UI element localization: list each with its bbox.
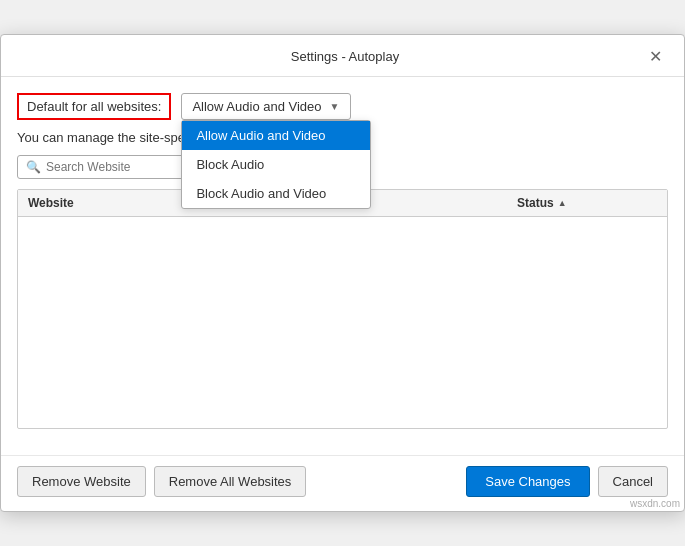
websites-table: Website Status ▲ — [17, 189, 668, 429]
dropdown-selected-value: Allow Audio and Video — [192, 99, 321, 114]
close-button[interactable]: ✕ — [643, 45, 668, 68]
default-row: Default for all websites: Allow Audio an… — [17, 93, 668, 120]
footer-row: Remove Website Remove All Websites Save … — [17, 466, 668, 497]
autoplay-dropdown-button[interactable]: Allow Audio and Video ▼ — [181, 93, 351, 120]
remove-all-websites-button[interactable]: Remove All Websites — [154, 466, 307, 497]
footer-left: Remove Website Remove All Websites — [17, 466, 306, 497]
dropdown-item-block-audio-video[interactable]: Block Audio and Video — [182, 179, 370, 208]
table-body — [18, 217, 667, 417]
footer-right: Save Changes Cancel — [466, 466, 668, 497]
settings-dialog: Settings - Autoplay ✕ Default for all we… — [0, 34, 685, 512]
sort-icon: ▲ — [558, 198, 567, 208]
remove-website-button[interactable]: Remove Website — [17, 466, 146, 497]
col-status-header: Status ▲ — [517, 196, 657, 210]
dialog-title: Settings - Autoplay — [47, 49, 643, 64]
cancel-button[interactable]: Cancel — [598, 466, 668, 497]
footer: Remove Website Remove All Websites Save … — [1, 455, 684, 511]
title-bar: Settings - Autoplay ✕ — [1, 35, 684, 77]
dialog-content: Default for all websites: Allow Audio an… — [1, 77, 684, 455]
dropdown-menu: Allow Audio and Video Block Audio Block … — [181, 120, 371, 209]
dropdown-container: Allow Audio and Video ▼ Allow Audio and … — [181, 93, 351, 120]
watermark: wsxdn.com — [630, 498, 680, 509]
default-label: Default for all websites: — [17, 93, 171, 120]
search-icon: 🔍 — [26, 160, 41, 174]
dropdown-item-allow-audio-video[interactable]: Allow Audio and Video — [182, 121, 370, 150]
dropdown-item-block-audio[interactable]: Block Audio — [182, 150, 370, 179]
chevron-down-icon: ▼ — [330, 101, 340, 112]
save-changes-button[interactable]: Save Changes — [466, 466, 589, 497]
